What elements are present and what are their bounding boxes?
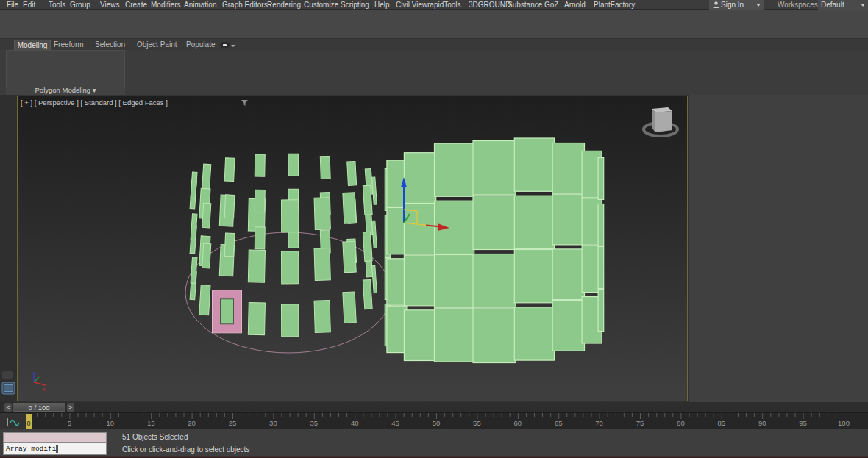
svg-text:40: 40 <box>351 419 359 427</box>
svg-text:x: x <box>43 387 46 392</box>
svg-text:60: 60 <box>514 419 522 427</box>
svg-text:20: 20 <box>188 419 196 427</box>
svg-text:0: 0 <box>26 420 30 427</box>
svg-text:95: 95 <box>799 419 807 427</box>
svg-text:55: 55 <box>473 419 481 427</box>
svg-text:75: 75 <box>636 419 644 427</box>
svg-text:10: 10 <box>107 419 115 427</box>
svg-text:45: 45 <box>391 419 399 427</box>
svg-text:[ + ] [ Perspective ] [ Standa: [ + ] [ Perspective ] [ Standard ] [ Edg… <box>21 99 168 107</box>
svg-text:90: 90 <box>758 419 766 427</box>
svg-text:80: 80 <box>677 419 685 427</box>
svg-text:85: 85 <box>718 419 726 427</box>
svg-text:30: 30 <box>269 419 277 427</box>
svg-text:25: 25 <box>229 419 237 427</box>
svg-text:70: 70 <box>595 419 603 427</box>
svg-text:15: 15 <box>147 419 155 427</box>
svg-text:65: 65 <box>555 419 563 427</box>
svg-text:35: 35 <box>310 419 319 427</box>
svg-text:100: 100 <box>838 419 850 427</box>
svg-text:50: 50 <box>433 419 441 427</box>
svg-text:5: 5 <box>68 419 71 427</box>
